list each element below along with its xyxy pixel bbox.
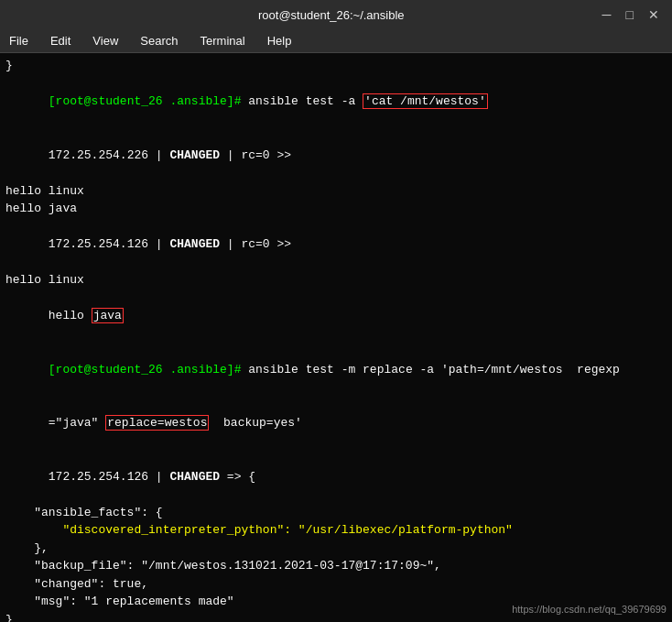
- line-cmd2-cont: ="java" replace=westos backup=yes': [5, 397, 667, 451]
- title-bar: root@student_26:~/.ansible ─ □ ✕: [0, 0, 672, 29]
- menu-terminal[interactable]: Terminal: [195, 32, 251, 49]
- window-controls: ─ □ ✕: [599, 7, 663, 22]
- line-json1-2: "discovered_interpreter_python": "/usr/l…: [5, 521, 667, 540]
- line-cmd1: [root@student_26 .ansible]# ansible test…: [5, 75, 667, 129]
- line-json1-4: "backup_file": "/mnt/westos.131021.2021-…: [5, 557, 667, 575]
- maximize-button[interactable]: □: [623, 7, 637, 22]
- line-hellojava-1: hello java: [5, 200, 667, 218]
- menu-search[interactable]: Search: [135, 32, 183, 49]
- menu-view[interactable]: View: [87, 32, 124, 49]
- window-title: root@student_26:~/.ansible: [64, 8, 599, 22]
- menu-help[interactable]: Help: [262, 32, 298, 49]
- close-button[interactable]: ✕: [645, 7, 663, 22]
- line-json1-1: "ansible_facts": {: [5, 504, 667, 522]
- line-changed-1: 172.25.254.226 | CHANGED | rc=0 >>: [5, 128, 667, 182]
- line-changed-2: 172.25.254.126 | CHANGED | rc=0 >>: [5, 218, 667, 272]
- line-changed-arrow-1: 172.25.254.126 | CHANGED => {: [5, 450, 667, 504]
- watermark: https://blog.csdn.net/qq_39679699: [512, 602, 667, 617]
- menu-file[interactable]: File: [4, 32, 34, 49]
- terminal-body[interactable]: } [root@student_26 .ansible]# ansible te…: [0, 53, 672, 622]
- line-hellolinux-1: hello linux: [5, 182, 667, 201]
- line-cmd2: [root@student_26 .ansible]# ansible test…: [5, 343, 667, 397]
- line-json1-3: },: [5, 540, 667, 558]
- menu-edit[interactable]: Edit: [45, 32, 76, 49]
- minimize-button[interactable]: ─: [599, 7, 615, 22]
- line-json1-5: "changed": true,: [5, 575, 667, 594]
- terminal-window: root@student_26:~/.ansible ─ □ ✕ File Ed…: [0, 0, 672, 622]
- menu-bar: File Edit View Search Terminal Help: [0, 29, 672, 53]
- line-hellojava-2-highlighted: hello java: [5, 289, 667, 344]
- line-hellolinux-2: hello linux: [5, 271, 667, 289]
- line-brace-1: }: [5, 57, 667, 75]
